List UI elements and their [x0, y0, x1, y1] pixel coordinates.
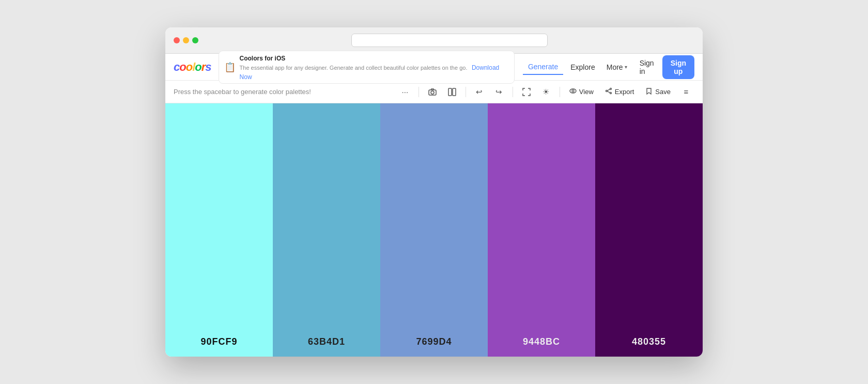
sign-in-link[interactable]: Sign in	[633, 56, 660, 79]
color-hex-3: 9448BC	[523, 336, 560, 347]
undo-button[interactable]: ↩	[471, 84, 488, 100]
save-button[interactable]: Save	[641, 85, 675, 98]
color-hex-2: 7699D4	[416, 336, 452, 347]
color-hex-1: 63B4D1	[308, 336, 345, 347]
coolors-logo[interactable]: coolors	[174, 60, 211, 74]
svg-point-5	[572, 90, 574, 92]
address-bar: www.coolors.co	[205, 34, 694, 47]
toolbar: Press the spacebar to generate color pal…	[165, 81, 703, 103]
eye-icon	[569, 87, 577, 96]
separator	[560, 87, 560, 97]
svg-line-9	[607, 89, 610, 91]
chevron-down-icon: ▾	[625, 64, 627, 70]
svg-point-7	[606, 90, 607, 92]
color-hex-4: 480355	[632, 336, 666, 347]
theme-button[interactable]: ☀	[538, 84, 554, 100]
svg-rect-2	[448, 88, 452, 96]
promo-content: Coolors for iOS The essential app for an…	[240, 53, 509, 81]
hamburger-button[interactable]: ≡	[678, 84, 694, 100]
promo-subtitle: The essential app for any designer. Gene…	[240, 65, 468, 71]
color-swatch-0[interactable]: 90FCF9	[165, 103, 273, 357]
nav-links: Generate Explore More ▾ Sign in Sign up	[523, 55, 694, 79]
color-palette: 90FCF963B4D17699D49448BC480355	[165, 103, 703, 357]
separator	[419, 87, 419, 97]
url-input[interactable]: www.coolors.co	[351, 34, 548, 47]
svg-point-8	[610, 93, 611, 94]
separator	[466, 87, 466, 97]
nav-generate[interactable]: Generate	[523, 59, 563, 75]
sign-up-button[interactable]: Sign up	[662, 55, 694, 79]
color-swatch-2[interactable]: 7699D4	[380, 103, 488, 357]
svg-line-10	[607, 91, 610, 93]
nav-explore[interactable]: Explore	[565, 60, 600, 74]
color-hex-0: 90FCF9	[200, 336, 237, 347]
color-swatch-3[interactable]: 9448BC	[488, 103, 595, 357]
spacebar-hint: Press the spacebar to generate color pal…	[174, 88, 394, 96]
bookmark-icon	[645, 87, 653, 96]
view-button[interactable]: View	[565, 85, 598, 98]
more-options-button[interactable]: ···	[397, 84, 413, 100]
promo-title: Coolors for iOS	[240, 55, 286, 62]
title-bar: www.coolors.co	[165, 27, 703, 54]
fullscreen-button[interactable]	[518, 84, 535, 100]
book-icon: 📋	[224, 62, 236, 73]
browser-window: www.coolors.co coolors 📋 Coolors for iOS…	[165, 27, 703, 357]
maximize-button[interactable]	[192, 37, 198, 43]
svg-point-6	[610, 88, 611, 90]
color-swatch-1[interactable]: 63B4D1	[273, 103, 380, 357]
layout-button[interactable]	[444, 84, 460, 100]
svg-rect-3	[453, 88, 456, 96]
separator	[513, 87, 513, 97]
minimize-button[interactable]	[183, 37, 189, 43]
ios-promo-banner: 📋 Coolors for iOS The essential app for …	[219, 51, 515, 84]
redo-button[interactable]: ↪	[491, 84, 507, 100]
nav-more[interactable]: More ▾	[602, 60, 631, 74]
export-button[interactable]: Export	[601, 85, 639, 98]
color-swatch-4[interactable]: 480355	[595, 103, 703, 357]
svg-point-4	[570, 89, 576, 93]
camera-button[interactable]	[424, 84, 441, 100]
close-button[interactable]	[174, 37, 180, 43]
share-icon	[605, 87, 612, 96]
traffic-lights	[174, 37, 198, 43]
svg-point-1	[431, 91, 434, 94]
nav-bar: coolors 📋 Coolors for iOS The essential …	[165, 54, 703, 81]
